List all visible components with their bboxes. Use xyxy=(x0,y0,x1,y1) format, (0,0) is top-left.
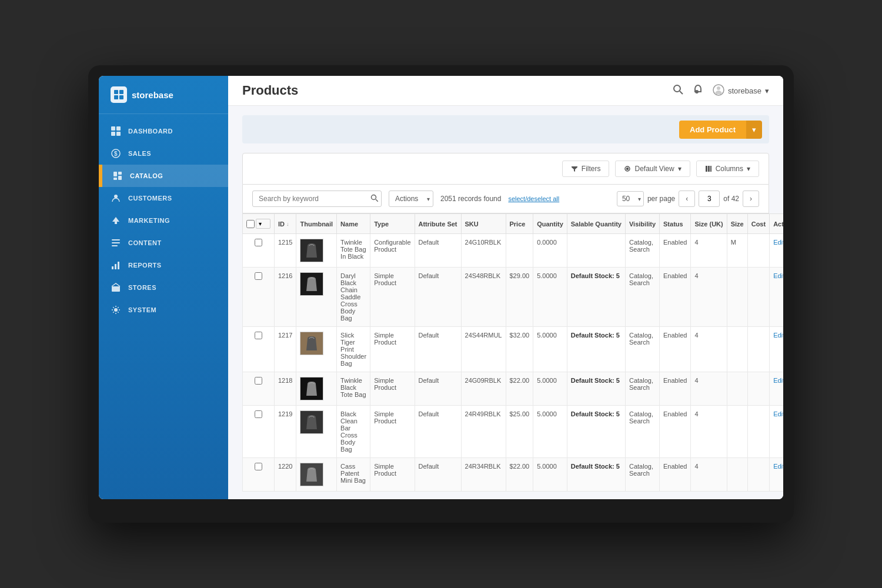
row-checkbox[interactable] xyxy=(255,410,262,418)
edit-link[interactable]: Edit xyxy=(773,239,783,246)
cell-cost xyxy=(747,406,769,458)
user-menu[interactable]: storebase ▾ xyxy=(713,84,769,98)
sidebar-item-dashboard[interactable]: DASHBOARD xyxy=(99,120,228,142)
columns-button[interactable]: Columns ▾ xyxy=(696,161,759,177)
sidebar-item-stores[interactable]: STORES xyxy=(99,276,228,299)
row-checkbox[interactable] xyxy=(255,332,262,339)
sidebar-item-catalog[interactable]: CATALOG xyxy=(99,165,228,187)
row-checkbox[interactable] xyxy=(255,377,262,385)
sidebar-item-marketing[interactable]: MARKETING xyxy=(99,209,228,232)
svg-rect-21 xyxy=(112,286,120,292)
cell-size xyxy=(727,327,747,372)
search-input[interactable] xyxy=(252,191,382,207)
cell-cost xyxy=(747,327,769,372)
filters-button[interactable]: Filters xyxy=(562,161,610,177)
sales-icon: $ xyxy=(111,148,121,159)
logo-icon xyxy=(111,86,127,103)
svg-rect-1 xyxy=(119,90,123,94)
sidebar-nav: DASHBOARD $ SALES xyxy=(99,114,228,499)
th-type: Type xyxy=(370,214,415,234)
page-number-input[interactable] xyxy=(699,191,720,207)
svg-point-34 xyxy=(372,195,376,200)
svg-rect-11 xyxy=(118,172,122,175)
cell-type: Simple Product xyxy=(370,268,415,327)
cell-type: Simple Product xyxy=(370,372,415,406)
per-page-select[interactable]: 50 xyxy=(617,191,644,206)
bulk-action-select[interactable]: ▾ xyxy=(256,219,270,229)
search-submit-button[interactable] xyxy=(370,194,378,203)
sidebar-item-label: CUSTOMERS xyxy=(128,195,172,202)
per-page-label: per page xyxy=(647,195,675,203)
svg-rect-31 xyxy=(706,166,707,172)
cell-name: Daryl Black Chain Saddle Cross Body Bag xyxy=(337,268,370,327)
add-product-button[interactable]: Add Product xyxy=(679,121,746,139)
cell-size xyxy=(727,372,747,406)
next-page-button[interactable]: › xyxy=(743,191,759,207)
cell-price: $22.00 xyxy=(506,372,533,406)
th-action: Action xyxy=(770,214,783,234)
sidebar-item-customers[interactable]: CUSTOMERS xyxy=(99,187,228,209)
sidebar: storebase DASHBOARD xyxy=(99,76,228,499)
cell-size: M xyxy=(727,234,747,268)
sidebar-item-content[interactable]: CONTENT xyxy=(99,232,228,254)
cell-sku: 24R34RBLK xyxy=(461,458,506,492)
row-checkbox-cell xyxy=(243,327,275,372)
sidebar-item-label: SALES xyxy=(128,150,151,157)
cell-action: Edit xyxy=(770,406,783,458)
cell-name: Cass Patent Mini Bag xyxy=(337,458,370,492)
cell-quantity: 5.0000 xyxy=(533,327,567,372)
cell-price: $32.00 xyxy=(506,327,533,372)
select-all-link[interactable]: select/deselect all xyxy=(508,195,559,202)
sidebar-item-sales[interactable]: $ SALES xyxy=(99,142,228,165)
cell-size-uk: 4 xyxy=(691,458,727,492)
cell-thumbnail xyxy=(296,268,337,327)
row-checkbox[interactable] xyxy=(255,463,262,470)
edit-link[interactable]: Edit xyxy=(773,272,783,279)
edit-link[interactable]: Edit xyxy=(773,410,783,417)
row-checkbox[interactable] xyxy=(255,272,262,280)
cell-attr-set: Default xyxy=(415,406,461,458)
svg-rect-5 xyxy=(116,126,121,131)
table-toolbar-top: Filters Default View ▾ xyxy=(242,153,769,185)
th-quantity: Quantity xyxy=(533,214,567,234)
table-row: 1218 Twinkle Black Tote Bag Simple Produ… xyxy=(243,372,784,406)
sidebar-item-label: SYSTEM xyxy=(128,306,156,313)
cell-visibility: Catalog, Search xyxy=(625,268,659,327)
add-product-dropdown-button[interactable]: ▾ xyxy=(746,121,762,139)
table-row: 1219 Black Clean Bar Cross Body Bag Simp… xyxy=(243,406,784,458)
cell-name: Black Clean Bar Cross Body Bag xyxy=(337,406,370,458)
edit-link[interactable]: Edit xyxy=(773,377,783,384)
svg-point-22 xyxy=(114,308,118,312)
actions-select[interactable]: Actions xyxy=(389,191,433,207)
default-view-button[interactable]: Default View ▾ xyxy=(615,161,690,177)
default-view-arrow: ▾ xyxy=(678,165,681,173)
row-checkbox[interactable] xyxy=(255,239,262,246)
sidebar-item-label: REPORTS xyxy=(128,262,162,269)
select-all-checkbox[interactable] xyxy=(246,220,255,228)
notifications-icon[interactable] xyxy=(693,84,703,98)
header-actions: storebase ▾ xyxy=(673,84,769,98)
sidebar-item-system[interactable]: SYSTEM xyxy=(99,299,228,321)
cell-quantity: 5.0000 xyxy=(533,406,567,458)
cell-action: Edit xyxy=(770,268,783,327)
cell-name: Twinkle Black Tote Bag xyxy=(337,372,370,406)
table-row: 1216 Daryl Black Chain Saddle Cross Body… xyxy=(243,268,784,327)
search-icon[interactable] xyxy=(673,84,683,98)
cell-thumbnail xyxy=(296,234,337,268)
svg-rect-20 xyxy=(118,262,119,269)
reports-icon xyxy=(111,260,121,270)
cell-visibility: Catalog, Search xyxy=(625,458,659,492)
th-size: Size xyxy=(727,214,747,234)
cell-salable-qty: Default Stock: 5 xyxy=(567,327,625,372)
edit-link[interactable]: Edit xyxy=(773,463,783,470)
sidebar-item-label: DASHBOARD xyxy=(128,128,173,135)
cell-type: Configurable Product xyxy=(370,234,415,268)
cell-size xyxy=(727,406,747,458)
cell-action: Edit xyxy=(770,458,783,492)
svg-rect-7 xyxy=(116,132,121,136)
prev-page-button[interactable]: ‹ xyxy=(679,191,695,207)
edit-link[interactable]: Edit xyxy=(773,332,783,339)
sidebar-item-reports[interactable]: REPORTS xyxy=(99,254,228,276)
page-title: Products xyxy=(242,83,298,98)
table-row: 1217 Slick Tiger Print Shoulder Bag Simp… xyxy=(243,327,784,372)
